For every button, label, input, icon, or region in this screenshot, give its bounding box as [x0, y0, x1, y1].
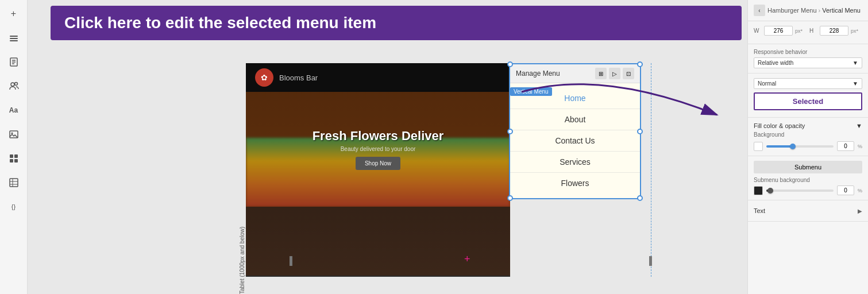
- site-name: Blooms Bar: [279, 74, 318, 82]
- text-expand-icon: ▶: [858, 208, 862, 214]
- code-icon[interactable]: {}: [7, 200, 21, 214]
- svg-rect-12: [14, 154, 18, 158]
- layers-icon[interactable]: [7, 31, 21, 45]
- menu-item-about[interactable]: About: [510, 109, 640, 130]
- menu-bar-icons: ⊞ ▷ ⊡: [595, 68, 634, 79]
- submenu-section: Submenu Submenu background %: [748, 156, 868, 200]
- tooltip-text: Click here to edit the selected menu ite…: [64, 14, 376, 32]
- tooltip-banner: Click here to edit the selected menu ite…: [51, 6, 742, 40]
- resize-handle-bl[interactable]: [507, 195, 513, 201]
- menu-items: Home About Contact Us Services Flowers: [510, 83, 640, 198]
- svg-rect-1: [10, 38, 18, 39]
- media-icon[interactable]: [7, 127, 21, 141]
- apps-icon[interactable]: [7, 152, 21, 165]
- collapse-handle-left[interactable]: ▌: [290, 256, 295, 265]
- svg-rect-14: [14, 159, 18, 163]
- manage-menu-label: Manage Menu: [516, 69, 560, 78]
- w-label: W: [754, 28, 762, 34]
- text-section: Text ▶: [748, 200, 868, 222]
- dimensions-section: W px* H px*: [748, 21, 868, 44]
- menu-bar: Manage Menu ⊞ ▷ ⊡: [510, 64, 640, 83]
- state-dropdown-arrow: ▼: [852, 80, 858, 87]
- submenu-slider-thumb: [767, 188, 773, 194]
- collapse-handle-right[interactable]: ▌: [649, 256, 655, 265]
- tablet-label: Tablet (1000px and below): [239, 69, 245, 294]
- main-canvas: Click here to edit the selected menu ite…: [28, 0, 747, 294]
- w-unit: px*: [795, 28, 803, 34]
- resize-handle-tl[interactable]: [507, 61, 513, 67]
- responsive-section: Responsive behavior Relative width ▼: [748, 44, 868, 74]
- menu-icon-1[interactable]: ⊞: [595, 68, 607, 79]
- bg-slider[interactable]: [766, 145, 834, 148]
- breadcrumb-separator: ›: [819, 7, 821, 14]
- slider-thumb: [790, 144, 796, 149]
- table-icon[interactable]: [7, 176, 21, 189]
- resize-handle-br[interactable]: [637, 195, 643, 201]
- breadcrumb-current: Vertical Menu: [822, 7, 861, 14]
- bg-color-swatch[interactable]: [754, 142, 763, 151]
- bg-opacity-input[interactable]: [837, 141, 854, 151]
- color-swatch-row: %: [754, 141, 862, 151]
- text-label: Text: [754, 207, 765, 214]
- submenu-button[interactable]: Submenu: [754, 161, 862, 173]
- hero-subtitle: Beauty delivered to your door: [341, 146, 416, 152]
- guide-right: [651, 63, 651, 277]
- bg-percent: %: [858, 144, 862, 149]
- fonts-icon[interactable]: Aa: [7, 103, 21, 117]
- state-dropdown[interactable]: Normal ▼: [754, 78, 862, 89]
- fill-arrow: ▼: [856, 122, 862, 129]
- resize-handle-mr[interactable]: [637, 129, 643, 134]
- right-panel: ‹ Hamburger Menu › Vertical Menu W px* H…: [747, 0, 868, 294]
- submenu-color-swatch[interactable]: [754, 186, 763, 195]
- add-icon[interactable]: +: [7, 7, 21, 21]
- responsive-dropdown[interactable]: Relative width ▼: [754, 57, 862, 68]
- site-logo: ✿: [255, 68, 273, 87]
- submenu-opacity-input[interactable]: [837, 185, 854, 195]
- height-input[interactable]: [820, 26, 848, 36]
- h-unit: px*: [851, 28, 858, 34]
- panel-toggle-btn[interactable]: ‹: [754, 5, 765, 16]
- hero-cta-button[interactable]: Shop Now: [356, 157, 400, 170]
- dimensions-row: W px* H px*: [754, 26, 862, 36]
- flowers-section: [246, 207, 510, 276]
- responsive-label: Responsive behavior: [754, 49, 862, 55]
- pages-icon[interactable]: [7, 55, 21, 69]
- submenu-bg-label: Submenu background: [754, 177, 862, 183]
- width-input[interactable]: [764, 26, 793, 36]
- left-sidebar: + Aa: [0, 0, 28, 294]
- vertical-menu-badge: Vertical Menu: [510, 87, 552, 96]
- fill-row: Fill color & opacity ▼: [754, 122, 862, 129]
- menu-icon-2[interactable]: ▷: [609, 68, 620, 79]
- submenu-color-row: %: [754, 185, 862, 195]
- text-row[interactable]: Text ▶: [754, 205, 862, 216]
- fill-label: Fill color & opacity: [754, 122, 805, 129]
- people-icon[interactable]: [7, 79, 21, 93]
- submenu-slider[interactable]: [766, 189, 834, 192]
- submenu-slider-track: [766, 189, 834, 192]
- menu-item-services[interactable]: Services: [510, 152, 640, 173]
- resize-handle-ml[interactable]: [507, 129, 513, 134]
- submenu-percent: %: [858, 188, 862, 194]
- menu-item-flowers[interactable]: Flowers: [510, 173, 640, 194]
- selected-badge[interactable]: Selected: [754, 92, 862, 110]
- fill-section: Fill color & opacity ▼ Background %: [748, 118, 868, 156]
- tablet-header: ✿ Blooms Bar: [246, 63, 510, 92]
- dropdown-arrow: ▼: [852, 60, 858, 66]
- plus-center: +: [464, 253, 470, 265]
- menu-item-contact[interactable]: Contact Us: [510, 130, 640, 152]
- svg-point-7: [11, 83, 14, 86]
- breadcrumb: Hamburger Menu › Vertical Menu: [767, 7, 861, 14]
- tablet-frame: ✿ Blooms Bar Fresh Flowers Deliver Beaut…: [246, 63, 510, 277]
- menu-icon-3[interactable]: ⊡: [623, 68, 634, 79]
- hero-title: Fresh Flowers Deliver: [313, 129, 444, 144]
- tablet-hero: Fresh Flowers Deliver Beauty delivered t…: [246, 92, 510, 207]
- svg-rect-2: [10, 40, 18, 41]
- slider-track: [766, 145, 834, 148]
- svg-rect-0: [10, 36, 18, 37]
- svg-rect-15: [10, 179, 18, 187]
- h-label: H: [809, 28, 817, 34]
- menu-overlay: Manage Menu ⊞ ▷ ⊡ Vertical Menu Home Abo…: [509, 63, 641, 199]
- resize-handle-tr[interactable]: [637, 61, 643, 67]
- bg-label: Background: [754, 131, 784, 138]
- svg-rect-13: [10, 159, 13, 163]
